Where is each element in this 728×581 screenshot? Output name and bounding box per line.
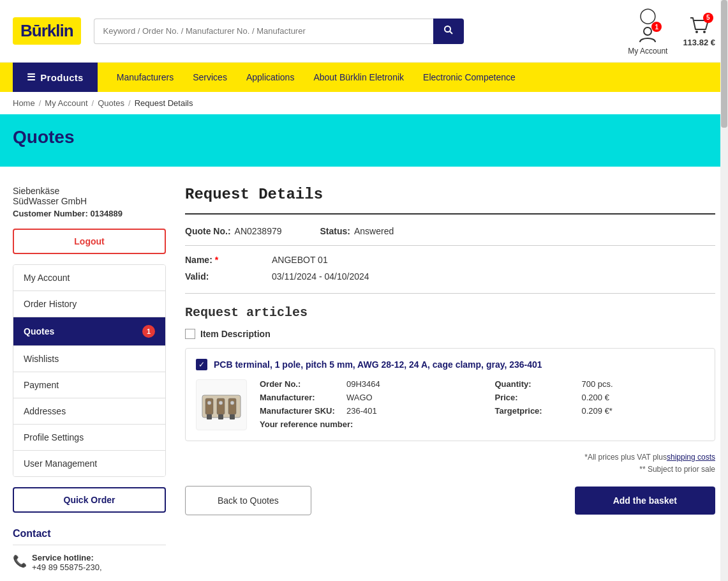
mfr-sku-value: 236-401 — [346, 406, 377, 416]
product-thumbnail — [199, 382, 244, 427]
contact-divider — [13, 545, 166, 545]
breadcrumb-current: Request Details — [135, 98, 193, 108]
sidebar-item-payment[interactable]: Payment — [13, 372, 165, 398]
sidebar-item-my-account[interactable]: My Account — [13, 265, 165, 291]
sidebar-item-label: Wishlists — [24, 354, 59, 364]
manufacturer-item: Manufacturer: WAGO — [260, 393, 470, 402]
quantity-value: 700 pcs. — [582, 379, 613, 389]
product-checkbox[interactable]: ✓ — [196, 359, 207, 370]
name-label: Name: * — [185, 255, 262, 265]
svg-point-0 — [445, 26, 450, 32]
nav-about[interactable]: About Bürklin Eletronik — [313, 63, 404, 91]
product-row: ✓ PCB terminal, 1 pole, pitch 5 mm, AWG … — [185, 348, 715, 441]
back-to-quotes-button[interactable]: Back to Quotes — [185, 486, 311, 515]
name-value: ANGEBOT 01 — [272, 255, 328, 265]
breadcrumb-sep-1: / — [39, 98, 41, 108]
nav-services[interactable]: Services — [193, 63, 227, 91]
product-name-link[interactable]: PCB terminal, 1 pole, pitch 5 mm, AWG 28… — [214, 359, 542, 370]
sidebar-item-label: Addresses — [24, 406, 66, 416]
products-label: Products — [40, 72, 83, 83]
nav-applications[interactable]: Applications — [246, 63, 295, 91]
sidebar-item-user-management[interactable]: User Management — [13, 451, 165, 476]
customer-number: Customer Number: 0134889 — [13, 209, 166, 218]
logo[interactable]: Būrklin — [13, 17, 81, 45]
scroll-thumb[interactable] — [721, 0, 727, 128]
target-price-value: 0.209 €* — [582, 406, 613, 416]
product-header: ✓ PCB terminal, 1 pole, pitch 5 mm, AWG … — [196, 359, 704, 370]
nav-bar: ☰ Products Manufacturers Services Applic… — [0, 63, 728, 92]
request-divider — [185, 213, 715, 215]
sidebar-item-label: Profile Settings — [24, 432, 84, 442]
shipping-costs-link[interactable]: shipping costs — [667, 453, 715, 462]
price-label: Price: — [495, 393, 578, 402]
sidebar-item-label: My Account — [24, 273, 70, 283]
info-col-left: Order No.: 09H3464 Manufacturer: WAGO Ma… — [260, 379, 470, 429]
cart-total: 113.82 € — [683, 38, 715, 47]
valid-row: Valid: 03/11/2024 - 04/10/2024 — [185, 271, 715, 282]
svg-point-3 — [695, 31, 698, 33]
quotes-badge: 1 — [142, 325, 155, 338]
product-image — [196, 379, 247, 430]
nav-manufacturers[interactable]: Manufacturers — [117, 63, 174, 91]
sidebar-item-profile-settings[interactable]: Profile Settings — [13, 425, 165, 451]
ref-label: Your reference number: — [260, 419, 353, 429]
account-badge: 1 — [651, 22, 662, 32]
search-icon — [443, 25, 454, 35]
svg-point-11 — [230, 401, 234, 405]
content-area: Request Details Quote No.: AN0238979 Sta… — [185, 186, 715, 572]
status-label: Status: — [320, 226, 350, 236]
contact-title: Contact — [13, 528, 166, 540]
name-row: Name: * ANGEBOT 01 — [185, 255, 715, 265]
item-description-checkbox[interactable] — [185, 329, 195, 339]
search-button[interactable] — [433, 19, 464, 44]
nav-electronic-competence[interactable]: Electronic Competence — [423, 63, 516, 91]
search-bar — [94, 19, 464, 44]
hamburger-icon: ☰ — [27, 72, 35, 83]
account-link[interactable]: ◯ 1 My Account — [628, 6, 667, 56]
target-price-label: Targetprice: — [495, 406, 578, 416]
breadcrumb-quotes[interactable]: Quotes — [98, 98, 124, 108]
sidebar-item-quotes[interactable]: Quotes 1 — [13, 317, 165, 346]
manufacturer-label: Manufacturer: — [260, 393, 343, 402]
sidebar: Siebenkäse SüdWasser GmbH Customer Numbe… — [13, 186, 166, 572]
required-star: * — [215, 255, 218, 265]
order-no-label: Order No.: — [260, 379, 343, 389]
search-input[interactable] — [94, 19, 433, 44]
sidebar-item-label: Quotes — [24, 326, 54, 336]
scroll-track[interactable] — [720, 0, 728, 581]
breadcrumb-home[interactable]: Home — [13, 98, 35, 108]
breadcrumb-my-account[interactable]: My Account — [45, 98, 87, 108]
page-banner: Quotes — [0, 114, 728, 167]
price-value: 0.200 € — [582, 393, 609, 402]
sidebar-item-label: Order History — [24, 299, 77, 309]
quantity-item: Quantity: 700 pcs. — [495, 379, 705, 389]
page-title: Quotes — [13, 127, 715, 147]
pricing-notes: *All prices plus VAT plusshipping costs … — [185, 451, 715, 476]
sidebar-nav: My Account Order History Quotes 1 Wishli… — [13, 264, 166, 477]
products-button[interactable]: ☰ Products — [13, 63, 98, 92]
info-col-right: Quantity: 700 pcs. Price: 0.200 € Target… — [495, 379, 705, 429]
company-name: Siebenkäse — [13, 186, 166, 196]
status-item: Status: Answered — [320, 226, 394, 236]
service-number: +49 89 55875-230, — [32, 562, 102, 572]
sidebar-company: Siebenkäse SüdWasser GmbH Customer Numbe… — [13, 186, 166, 218]
logout-button[interactable]: Logout — [13, 229, 166, 254]
cart-link[interactable]: 5 113.82 € — [683, 15, 715, 47]
contact-info: 📞 Service hotline: +49 89 55875-230, — [13, 553, 166, 572]
meta-divider-1 — [185, 245, 715, 246]
customer-number-value: 0134889 — [90, 209, 123, 218]
request-title: Request Details — [185, 186, 715, 203]
sidebar-item-order-history[interactable]: Order History — [13, 291, 165, 317]
customer-number-label: Customer Number: — [13, 209, 88, 218]
phone-icon: 📞 — [13, 554, 27, 568]
articles-title: Request articles — [185, 305, 715, 320]
quick-order-button[interactable]: Quick Order — [13, 487, 166, 513]
sidebar-item-wishlists[interactable]: Wishlists — [13, 346, 165, 372]
svg-line-1 — [450, 31, 452, 34]
main-content: Siebenkäse SüdWasser GmbH Customer Numbe… — [0, 167, 728, 581]
add-to-basket-button[interactable]: Add the basket — [575, 487, 715, 515]
meta-row: Quote No.: AN0238979 Status: Answered — [185, 226, 715, 236]
sidebar-item-addresses[interactable]: Addresses — [13, 398, 165, 425]
header: Būrklin ◯ 1 My Account — [0, 0, 728, 63]
contact-section: Contact 📞 Service hotline: +49 89 55875-… — [13, 528, 166, 572]
